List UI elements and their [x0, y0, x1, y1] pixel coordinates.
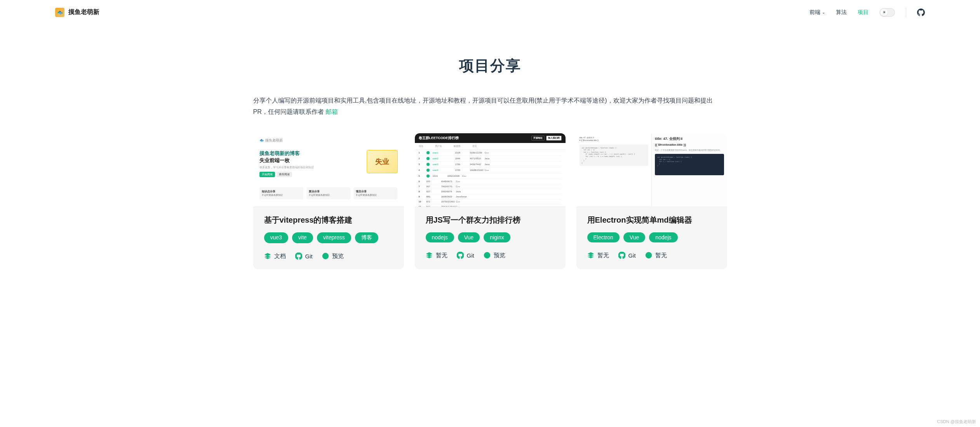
doc-link[interactable]: 暂无	[587, 252, 609, 259]
thumb-btn: 加入我们吧	[546, 136, 562, 141]
card-tags: vue3 vite vitepress 博客	[264, 232, 393, 243]
project-card: 卷王群LEETCODE排行榜 开源地址 加入我们吧 排名用户名解题数语言 1us…	[415, 133, 566, 269]
thumb-editor-left: title: 47. 全排列 II # {{ $frontmatter.titl…	[576, 133, 652, 207]
card-title: 基于vitepress的博客搭建	[264, 215, 393, 225]
card-links: 文档 Git 预览	[264, 253, 393, 260]
nav-link-project[interactable]: 项目	[858, 9, 869, 16]
card-tags: nodejs Vue niginx	[426, 232, 555, 242]
thumb-title: 卷王群LEETCODE排行榜	[419, 136, 459, 141]
navbar: 🐟 摸鱼老萌新 前端 ⌄ 算法 项目	[0, 0, 980, 25]
intro-link-email[interactable]: 邮箱	[326, 108, 338, 115]
github-icon	[295, 253, 302, 260]
thumb-sub: 佛系更新，学习并分享各类前端的项目和知识	[259, 166, 314, 169]
page-title: 项目分享	[249, 56, 731, 76]
thumb-hero1: 摸鱼老萌新的博客	[259, 150, 314, 157]
site-title: 摸鱼老萌新	[68, 8, 99, 16]
thumb-brand: 摸鱼老萌新	[265, 138, 283, 143]
globe-icon	[484, 252, 491, 259]
cards-grid: 🐟摸鱼老萌新 摸鱼老萌新的博客 失业前端一枚 佛系更新，学习并分享各类前端的项目…	[249, 133, 731, 269]
thumb-box: 项目分享	[356, 190, 395, 193]
thumb-illustration: 失业	[367, 150, 398, 173]
tag[interactable]: vue3	[264, 232, 288, 243]
globe-icon	[645, 252, 652, 259]
layers-icon	[426, 252, 433, 259]
divider	[906, 8, 906, 17]
navbar-brand[interactable]: 🐟 摸鱼老萌新	[55, 8, 99, 17]
thumb-box: 知识点分享	[262, 190, 301, 193]
github-icon	[618, 252, 625, 259]
project-card: title: 47. 全排列 II # {{ $frontmatter.titl…	[576, 133, 727, 269]
tag[interactable]: Vue	[623, 232, 645, 242]
github-icon[interactable]	[917, 9, 925, 16]
tag[interactable]: vitepress	[317, 232, 351, 243]
nav-link-label: 前端	[809, 9, 820, 16]
card-links: 暂无 Git 暂无	[587, 252, 716, 259]
thumb-btn: 推荐阅读	[277, 172, 292, 177]
nav-link-label: 算法	[836, 9, 847, 16]
git-link[interactable]: Git	[618, 252, 636, 259]
thumb-btn: 开源地址	[531, 136, 545, 141]
tag[interactable]: nodejs	[426, 232, 454, 242]
nav-link-label: 项目	[858, 9, 869, 16]
layers-icon	[587, 252, 594, 259]
card-tags: Electron Vue nodejs	[587, 232, 716, 242]
nav-link-frontend[interactable]: 前端 ⌄	[809, 9, 825, 16]
tag[interactable]: vite	[292, 232, 313, 243]
preview-link[interactable]: 预览	[484, 252, 505, 259]
tag[interactable]: Vue	[458, 232, 480, 242]
card-title: 用Electron实现简单md编辑器	[587, 215, 716, 225]
tag[interactable]: nodejs	[649, 232, 677, 242]
thumb-table: 1user121085186/11239C++ 2user219444071/9…	[415, 150, 566, 207]
card-title: 用JS写一个群友力扣排行榜	[426, 215, 555, 225]
thumb-btn: 开始阅读	[259, 172, 275, 177]
github-icon	[457, 252, 464, 259]
tag[interactable]: 博客	[355, 232, 378, 243]
theme-toggle[interactable]	[879, 8, 895, 17]
thumb-box: 算法分享	[309, 190, 348, 193]
preview-link[interactable]: 暂无	[645, 252, 667, 259]
intro-prefix: 分享个人编写的开源前端项目和实用工具,包含项目在线地址，开源地址和教程，开源项目…	[253, 97, 713, 115]
preview-link[interactable]: 预览	[322, 253, 344, 260]
intro-text: 分享个人编写的开源前端项目和实用工具,包含项目在线地址，开源地址和教程，开源项目…	[249, 95, 731, 118]
chevron-down-icon: ⌄	[822, 10, 825, 14]
navbar-menu: 前端 ⌄ 算法 项目	[809, 8, 925, 17]
card-thumbnail: 🐟摸鱼老萌新 摸鱼老萌新的博客 失业前端一枚 佛系更新，学习并分享各类前端的项目…	[253, 133, 404, 207]
card-links: 暂无 Git 预览	[426, 252, 555, 259]
git-link[interactable]: Git	[457, 252, 474, 259]
thumb-editor-right: title: 47. 全排列 II {{ $frontmatter.title …	[652, 133, 727, 207]
layers-icon	[264, 253, 271, 260]
globe-icon	[322, 253, 329, 260]
doc-link[interactable]: 文档	[264, 253, 286, 260]
nav-link-algorithm[interactable]: 算法	[836, 9, 847, 16]
tag[interactable]: niginx	[484, 232, 510, 242]
project-card: 🐟摸鱼老萌新 摸鱼老萌新的博客 失业前端一枚 佛系更新，学习并分享各类前端的项目…	[253, 133, 404, 269]
tag[interactable]: Electron	[587, 232, 620, 242]
doc-link[interactable]: 暂无	[426, 252, 447, 259]
card-thumbnail: title: 47. 全排列 II # {{ $frontmatter.titl…	[576, 133, 727, 207]
git-link[interactable]: Git	[295, 253, 313, 260]
card-thumbnail: 卷王群LEETCODE排行榜 开源地址 加入我们吧 排名用户名解题数语言 1us…	[415, 133, 566, 207]
logo-icon: 🐟	[55, 8, 64, 17]
main-content: 项目分享 分享个人编写的开源前端项目和实用工具,包含项目在线地址，开源地址和教程…	[242, 25, 739, 285]
thumb-hero2: 失业前端一枚	[259, 157, 314, 164]
